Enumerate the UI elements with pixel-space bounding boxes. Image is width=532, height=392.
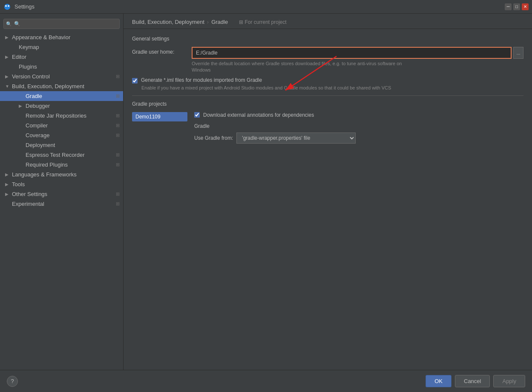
download-annotations-label[interactable]: Download external annotations for depend… [203,112,314,118]
close-button[interactable]: ✕ [522,3,529,10]
search-icon: 🔍 [6,21,12,27]
main-container: 🔍 ▶Appearance & BehaviorKeymap▶EditorPlu… [0,14,532,370]
expand-arrow-editor: ▶ [5,55,9,59]
sidebar-item-label-build-execution: Build, Execution, Deployment [12,83,120,89]
project-settings: Download external annotations for depend… [194,112,523,144]
gradle-user-home-row: Gradle user home: ... Override the defau… [132,47,523,74]
breadcrumb-parent: Build, Execution, Deployment [132,19,204,25]
breadcrumb-separator: › [207,19,209,25]
sidebar-item-label-gradle: Gradle [26,93,116,99]
project-list-item-demo1109[interactable]: Demo1109 [132,112,187,121]
section-divider [132,95,523,96]
app-logo [3,3,11,11]
generate-iml-label[interactable]: Generate *.iml files for modules importe… [141,77,262,83]
sidebar-item-label-tools: Tools [12,181,120,187]
sidebar-item-label-deployment: Deployment [26,142,120,148]
search-box[interactable]: 🔍 [3,19,120,29]
use-gradle-from-label: Use Gradle from: [194,135,233,141]
sidebar: 🔍 ▶Appearance & BehaviorKeymap▶EditorPlu… [0,14,124,370]
gradle-sub-title: Gradle [194,123,523,129]
generate-iml-row: Generate *.iml files for modules importe… [132,77,523,84]
sidebar-item-label-plugins: Plugins [19,63,120,70]
gradle-user-home-label: Gradle user home: [132,47,192,55]
sidebar-right-icon-remote-jar: ⊞ [116,113,120,118]
sidebar-item-label-editor: Editor [12,54,120,60]
sidebar-item-experimental[interactable]: Experimental⊞ [0,199,123,209]
input-with-btn: ... [192,47,523,59]
sidebar-item-languages[interactable]: ▶Languages & Frameworks [0,170,123,179]
sidebar-item-keymap[interactable]: Keymap [0,42,123,52]
footer: ? OK Cancel Apply [0,370,532,392]
minimize-button[interactable]: ─ [505,3,512,10]
gradle-from-row: Use Gradle from: 'gradle-wrapper.propert… [194,133,523,144]
expand-arrow-other-settings: ▶ [5,192,9,196]
expand-arrow-version-control: ▶ [5,74,9,79]
cancel-button[interactable]: Cancel [455,375,490,387]
sidebar-item-build-execution[interactable]: ▼Build, Execution, Deployment [0,81,123,91]
svg-point-0 [4,4,10,10]
project-list: Demo1109 [132,112,187,144]
for-current-project[interactable]: ⊞ For current project [239,19,286,25]
sidebar-item-deployment[interactable]: Deployment [0,140,123,150]
settings-content: General settings Gradle user home: ... O… [124,29,532,370]
generate-iml-checkbox[interactable] [132,78,138,84]
sidebar-right-icon-coverage: ⊞ [116,133,120,138]
gradle-home-input[interactable] [192,47,512,59]
ok-button[interactable]: OK [426,375,451,387]
sidebar-item-plugins[interactable]: Plugins [0,62,123,72]
gradle-projects-section: Gradle projects Demo1109 Download extern… [132,101,523,144]
gradle-home-hint: Override the default location where Grad… [192,61,523,74]
sidebar-right-icon-other-settings: ⊞ [116,191,120,197]
download-annotations-row: Download external annotations for depend… [194,112,523,118]
sidebar-item-version-control[interactable]: ▶Version Control⊞ [0,72,123,81]
sidebar-item-label-keymap: Keymap [19,44,120,50]
search-input[interactable] [3,19,120,29]
sidebar-item-debugger[interactable]: ▶Debugger [0,101,123,111]
maximize-button[interactable]: □ [513,3,520,10]
sidebar-item-other-settings[interactable]: ▶Other Settings⊞ [0,189,123,199]
content-wrapper: Build, Execution, Deployment › Gradle ⊞ … [124,14,532,370]
download-annotations-checkbox[interactable] [194,112,200,118]
sidebar-item-label-required-plugins: Required Plugins [26,161,116,168]
sidebar-item-editor[interactable]: ▶Editor [0,52,123,62]
window-title: Settings [14,3,505,10]
sidebar-item-label-appearance: Appearance & Behavior [12,34,120,40]
gradle-user-home-input-group: ... Override the default location where … [192,47,523,74]
footer-right: OK Cancel Apply [426,375,525,387]
sidebar-right-icon-espresso: ⊞ [116,152,120,158]
sidebar-item-label-languages: Languages & Frameworks [12,171,120,178]
svg-point-1 [5,5,7,7]
expand-arrow-appearance: ▶ [5,35,9,40]
sidebar-item-remote-jar[interactable]: Remote Jar Repositories⊞ [0,111,123,121]
browse-button[interactable]: ... [513,47,523,59]
apply-button[interactable]: Apply [493,375,525,387]
sidebar-item-appearance[interactable]: ▶Appearance & Behavior [0,32,123,42]
sidebar-item-gradle[interactable]: Gradle⊞ [0,91,123,101]
sidebar-item-required-plugins[interactable]: Required Plugins⊞ [0,160,123,170]
expand-arrow-tools: ▶ [5,182,9,187]
sidebar-item-label-experimental: Experimental [12,201,116,207]
use-gradle-from-select[interactable]: 'gradle-wrapper.properties' fileSpecifie… [236,133,356,144]
expand-arrow-build-execution: ▼ [5,84,9,89]
title-bar: Settings ─ □ ✕ [0,0,532,14]
generate-iml-hint: Enable if you have a mixed project with … [141,85,523,90]
footer-left: ? [7,376,18,387]
gradle-projects-layout: Demo1109 Download external annotations f… [132,112,523,144]
sidebar-item-compiler[interactable]: Compiler⊞ [0,121,123,130]
sidebar-item-espresso[interactable]: Espresso Test Recorder⊞ [0,150,123,160]
sidebar-item-label-coverage: Coverage [26,132,116,138]
sidebar-item-coverage[interactable]: Coverage⊞ [0,130,123,140]
expand-arrow-languages: ▶ [5,172,9,177]
sidebar-right-icon-compiler: ⊞ [116,123,120,128]
breadcrumb-current: Gradle [211,19,228,25]
expand-arrow-debugger: ▶ [19,104,23,108]
sidebar-items-container: ▶Appearance & BehaviorKeymap▶EditorPlugi… [0,32,123,209]
sidebar-item-tools[interactable]: ▶Tools [0,179,123,189]
gradle-projects-title: Gradle projects [132,101,523,107]
help-button[interactable]: ? [7,376,18,387]
sidebar-right-icon-version-control: ⊞ [116,74,120,79]
sidebar-right-icon-gradle: ⊞ [116,93,120,99]
sidebar-item-label-compiler: Compiler [26,122,116,129]
sidebar-right-icon-required-plugins: ⊞ [116,162,120,167]
window-controls: ─ □ ✕ [505,3,529,10]
